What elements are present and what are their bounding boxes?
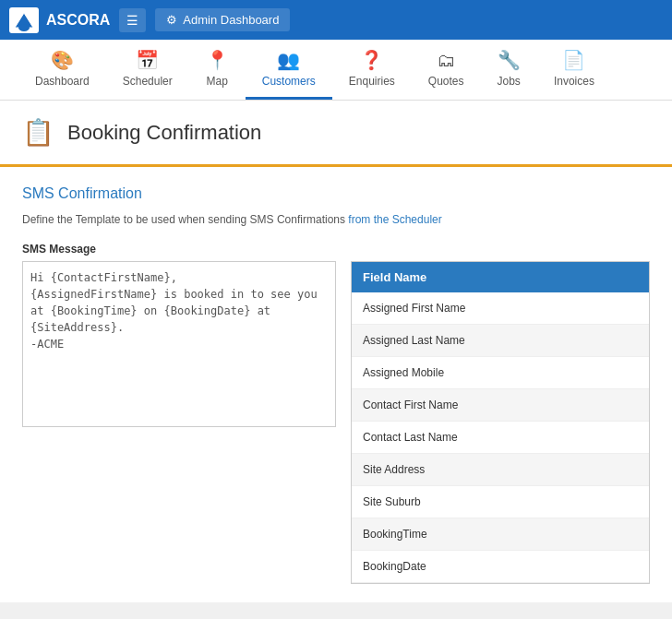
sidebar-item-scheduler[interactable]: 📅 Scheduler: [106, 40, 189, 100]
list-item[interactable]: Contact Last Name: [352, 422, 649, 454]
top-bar: ASCORA ☰ ⚙ Admin Dashboard: [0, 0, 672, 40]
nav-label-customers: Customers: [262, 75, 316, 88]
scheduler-link[interactable]: from the Scheduler: [348, 213, 441, 226]
list-item[interactable]: Assigned Mobile: [352, 357, 649, 389]
list-item[interactable]: Site Suburb: [352, 486, 649, 518]
list-item[interactable]: Contact First Name: [352, 389, 649, 422]
sms-message-label: SMS Message: [22, 243, 650, 256]
nav-label-quotes: Quotes: [428, 75, 464, 88]
sms-container: Field Name Assigned First NameAssigned L…: [22, 261, 650, 584]
field-list: Assigned First NameAssigned Last NameAss…: [352, 292, 649, 583]
sidebar-item-enquiries[interactable]: ❓ Enquiries: [332, 40, 412, 100]
sidebar-item-quotes[interactable]: 🗂 Quotes: [412, 41, 481, 100]
quotes-icon: 🗂: [437, 50, 455, 71]
section-description: Define the Template to be used when send…: [22, 213, 650, 226]
list-item[interactable]: BookingDate: [352, 551, 649, 583]
logo-icon: [9, 7, 39, 33]
dashboard-icon: 🎨: [51, 49, 74, 71]
scheduler-icon: 📅: [136, 49, 159, 71]
main-content: SMS Confirmation Define the Template to …: [0, 167, 672, 602]
jobs-icon: 🔧: [498, 49, 521, 71]
admin-label: Admin Dashboard: [183, 13, 279, 27]
enquiries-icon: ❓: [360, 49, 383, 71]
sidebar-item-customers[interactable]: 👥 Customers: [246, 40, 332, 100]
page-title: Booking Confirmation: [67, 121, 261, 145]
list-item[interactable]: Site Address: [352, 454, 649, 486]
list-item[interactable]: Assigned First Name: [352, 292, 649, 325]
admin-dashboard-button[interactable]: ⚙ Admin Dashboard: [155, 8, 290, 31]
gear-icon: ⚙: [166, 13, 177, 27]
sidebar-item-jobs[interactable]: 🔧 Jobs: [481, 40, 537, 100]
nav-label-invoices: Invoices: [554, 75, 594, 88]
page-header: 📋 Booking Confirmation: [0, 101, 672, 167]
second-nav: 🎨 Dashboard 📅 Scheduler 📍 Map 👥 Customer…: [0, 40, 672, 101]
sidebar-item-invoices[interactable]: 📄 Invoices: [537, 40, 611, 100]
customers-icon: 👥: [277, 49, 300, 71]
field-table-header: Field Name: [352, 262, 649, 292]
section-title: SMS Confirmation: [22, 185, 650, 202]
list-item[interactable]: Assigned Last Name: [352, 325, 649, 357]
nav-label-jobs: Jobs: [498, 75, 521, 88]
nav-label-scheduler: Scheduler: [123, 75, 173, 88]
hamburger-button[interactable]: ☰: [119, 8, 146, 32]
list-item[interactable]: BookingTime: [352, 518, 649, 551]
invoices-icon: 📄: [562, 49, 585, 71]
svg-point-0: [18, 24, 30, 31]
map-icon: 📍: [206, 49, 229, 71]
logo: ASCORA: [9, 7, 110, 33]
sms-message-input[interactable]: [22, 261, 336, 427]
sidebar-item-dashboard[interactable]: 🎨 Dashboard: [18, 40, 106, 100]
nav-label-map: Map: [207, 75, 228, 88]
logo-text: ASCORA: [46, 12, 110, 29]
field-name-table: Field Name Assigned First NameAssigned L…: [351, 261, 650, 584]
nav-label-enquiries: Enquiries: [349, 75, 395, 88]
booking-icon: 📋: [22, 117, 54, 148]
nav-label-dashboard: Dashboard: [35, 75, 90, 88]
sidebar-item-map[interactable]: 📍 Map: [189, 40, 246, 100]
